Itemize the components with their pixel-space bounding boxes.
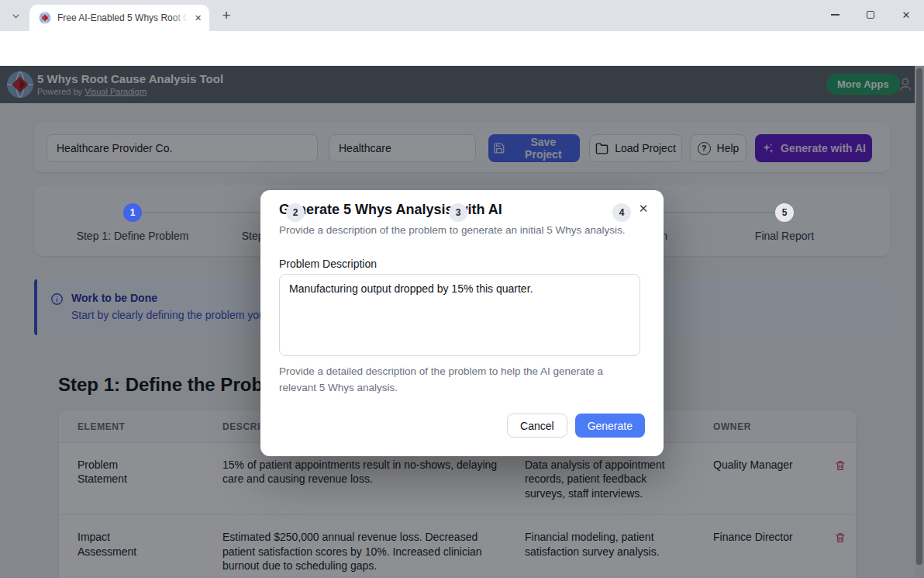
tab-strip: Free AI-Enabled 5 Whys Root C ✕ + ✕ bbox=[0, 0, 924, 31]
plus-icon: + bbox=[222, 7, 230, 24]
browser-toolbar: ai-toolbox.visual-paradigm.com/app/5-why… bbox=[0, 31, 924, 66]
window-maximize-button[interactable] bbox=[853, 0, 888, 29]
close-icon: ✕ bbox=[639, 202, 649, 216]
generate-button[interactable]: Generate bbox=[575, 414, 645, 438]
favicon-icon bbox=[39, 12, 51, 24]
step-circle: 5 bbox=[775, 203, 794, 222]
browser-tab[interactable]: Free AI-Enabled 5 Whys Root C ✕ bbox=[29, 5, 209, 31]
tab-close-button[interactable]: ✕ bbox=[191, 12, 205, 25]
dialog-subtitle: Provide a description of the problem to … bbox=[279, 224, 626, 236]
new-tab-button[interactable]: + bbox=[217, 6, 236, 25]
dialog-helper-text: Provide a detailed description of the pr… bbox=[279, 364, 624, 396]
problem-description-label: Problem Description bbox=[279, 258, 377, 270]
dialog-close-button[interactable]: ✕ bbox=[634, 199, 653, 218]
tab-search-button[interactable] bbox=[6, 6, 25, 25]
dialog-footer: Cancel Generate bbox=[507, 414, 645, 438]
tab-title: Free AI-Enabled 5 Whys Root C bbox=[57, 12, 191, 24]
problem-description-textarea[interactable]: Manufacturing output dropped by 15% this… bbox=[279, 274, 640, 356]
dialog-title: Generate 5 Whys Analysis with AI bbox=[279, 202, 502, 218]
chevron-down-icon bbox=[11, 11, 21, 21]
minimize-icon bbox=[831, 14, 840, 16]
generate-ai-dialog: Generate 5 Whys Analysis with AI ✕ Provi… bbox=[260, 190, 664, 456]
step-circle: 3 bbox=[449, 203, 467, 222]
step-circle: 1 bbox=[123, 203, 142, 222]
close-icon: ✕ bbox=[902, 10, 911, 20]
step-circle: 2 bbox=[286, 203, 305, 222]
window-close-button[interactable]: ✕ bbox=[888, 0, 924, 29]
step-circle: 4 bbox=[612, 203, 631, 222]
window-minimize-button[interactable] bbox=[817, 0, 853, 29]
maximize-icon bbox=[867, 11, 874, 19]
browser-window: Free AI-Enabled 5 Whys Root C ✕ + ✕ ai-t… bbox=[0, 0, 924, 578]
close-icon: ✕ bbox=[195, 13, 202, 23]
cancel-button[interactable]: Cancel bbox=[507, 414, 567, 438]
